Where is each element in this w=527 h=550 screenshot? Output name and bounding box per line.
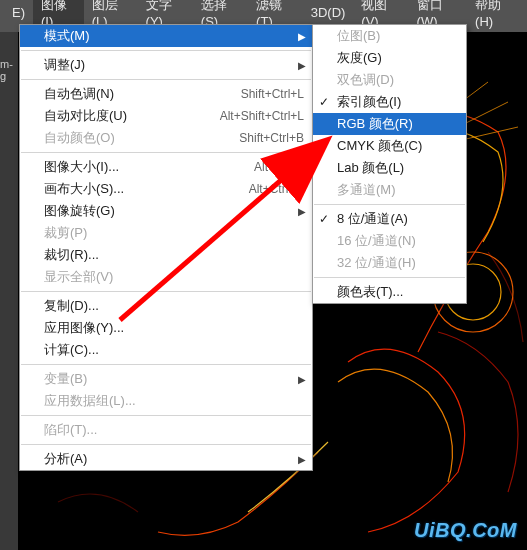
mi-auto-tone[interactable]: 自动色调(N) Shift+Ctrl+L — [20, 83, 312, 105]
mi-calculations[interactable]: 计算(C)... — [20, 339, 312, 361]
menubar: E) 图像(I) 图层(L) 文字(Y) 选择(S) 滤镜(T) 3D(D) 视… — [0, 0, 527, 24]
mi-label: 多通道(M) — [337, 181, 458, 199]
mi-label: 裁切(R)... — [44, 246, 304, 264]
mi-8bit[interactable]: ✓ 8 位/通道(A) — [313, 208, 466, 230]
mi-duplicate[interactable]: 复制(D)... — [20, 295, 312, 317]
mi-label: 自动颜色(O) — [44, 129, 219, 147]
mi-label: 8 位/通道(A) — [337, 210, 458, 228]
mi-bitmap: 位图(B) — [313, 25, 466, 47]
mi-label: 自动色调(N) — [44, 85, 221, 103]
submenu-arrow-icon: ▶ — [298, 454, 306, 465]
submenu-arrow-icon: ▶ — [298, 31, 306, 42]
mi-shortcut: Alt+Ctrl+I — [254, 160, 304, 174]
mi-canvas-size[interactable]: 画布大小(S)... Alt+Ctrl+C — [20, 178, 312, 200]
mi-image-rotation[interactable]: 图像旋转(G) ▶ — [20, 200, 312, 222]
mi-variables: 变量(B) ▶ — [20, 368, 312, 390]
submenu-arrow-icon: ▶ — [298, 374, 306, 385]
mi-reveal-all: 显示全部(V) — [20, 266, 312, 288]
mi-label: CMYK 颜色(C) — [337, 137, 458, 155]
mi-image-size[interactable]: 图像大小(I)... Alt+Ctrl+I — [20, 156, 312, 178]
mi-adjustments[interactable]: 调整(J) ▶ — [20, 54, 312, 76]
mi-label: 调整(J) — [44, 56, 304, 74]
watermark: UiBQ.CoM — [414, 519, 517, 542]
doc-tab-strip: m-g — [0, 32, 18, 550]
mi-label: 变量(B) — [44, 370, 304, 388]
mi-duotone: 双色调(D) — [313, 69, 466, 91]
mi-apply-data-set: 应用数据组(L)... — [20, 390, 312, 412]
mi-shortcut: Shift+Ctrl+L — [241, 87, 304, 101]
mi-label: 颜色表(T)... — [337, 283, 458, 301]
menu-separator — [314, 204, 465, 205]
mi-cmyk-color[interactable]: CMYK 颜色(C) — [313, 135, 466, 157]
mi-label: 陷印(T)... — [44, 421, 304, 439]
mi-trim[interactable]: 裁切(R)... — [20, 244, 312, 266]
mi-shortcut: Alt+Shift+Ctrl+L — [220, 109, 304, 123]
menu-separator — [21, 79, 311, 80]
image-menu-dropdown: 模式(M) ▶ 调整(J) ▶ 自动色调(N) Shift+Ctrl+L 自动对… — [19, 24, 313, 471]
mi-label: 显示全部(V) — [44, 268, 304, 286]
mi-crop: 裁剪(P) — [20, 222, 312, 244]
check-icon: ✓ — [319, 95, 329, 109]
menu-edit[interactable]: E) — [4, 2, 33, 23]
menu-separator — [314, 277, 465, 278]
mi-label: 16 位/通道(N) — [337, 232, 458, 250]
mi-32bit: 32 位/通道(H) — [313, 252, 466, 274]
mi-analysis[interactable]: 分析(A) ▶ — [20, 448, 312, 470]
mi-label: 裁剪(P) — [44, 224, 304, 242]
menu-separator — [21, 152, 311, 153]
mode-submenu: 位图(B) 灰度(G) 双色调(D) ✓ 索引颜色(I) RGB 颜色(R) C… — [312, 24, 467, 304]
submenu-arrow-icon: ▶ — [298, 60, 306, 71]
menu-help[interactable]: 帮助(H) — [467, 0, 523, 32]
mi-lab-color[interactable]: Lab 颜色(L) — [313, 157, 466, 179]
mi-label: 灰度(G) — [337, 49, 458, 67]
mi-label: 分析(A) — [44, 450, 304, 468]
mi-shortcut: Alt+Ctrl+C — [249, 182, 304, 196]
mi-label: 应用数据组(L)... — [44, 392, 304, 410]
mi-label: 图像大小(I)... — [44, 158, 234, 176]
menu-3d[interactable]: 3D(D) — [303, 2, 354, 23]
mi-label: 双色调(D) — [337, 71, 458, 89]
mi-grayscale[interactable]: 灰度(G) — [313, 47, 466, 69]
mi-trap: 陷印(T)... — [20, 419, 312, 441]
mi-label: 应用图像(Y)... — [44, 319, 304, 337]
mi-apply-image[interactable]: 应用图像(Y)... — [20, 317, 312, 339]
menu-separator — [21, 364, 311, 365]
mi-mode[interactable]: 模式(M) ▶ — [20, 25, 312, 47]
mi-label: 复制(D)... — [44, 297, 304, 315]
mi-label: 自动对比度(U) — [44, 107, 200, 125]
check-icon: ✓ — [319, 212, 329, 226]
mi-label: Lab 颜色(L) — [337, 159, 458, 177]
mi-label: 图像旋转(G) — [44, 202, 304, 220]
mi-label: 画布大小(S)... — [44, 180, 229, 198]
mi-label: 模式(M) — [44, 27, 304, 45]
mi-shortcut: Shift+Ctrl+B — [239, 131, 304, 145]
mi-label: 位图(B) — [337, 27, 458, 45]
menu-separator — [21, 415, 311, 416]
mi-label: 32 位/通道(H) — [337, 254, 458, 272]
mi-label: 索引颜色(I) — [337, 93, 458, 111]
mi-auto-contrast[interactable]: 自动对比度(U) Alt+Shift+Ctrl+L — [20, 105, 312, 127]
mi-rgb-color[interactable]: RGB 颜色(R) — [313, 113, 466, 135]
mi-label: 计算(C)... — [44, 341, 304, 359]
menu-separator — [21, 50, 311, 51]
menu-separator — [21, 291, 311, 292]
mi-color-table[interactable]: 颜色表(T)... — [313, 281, 466, 303]
mi-indexed-color[interactable]: ✓ 索引颜色(I) — [313, 91, 466, 113]
menu-separator — [21, 444, 311, 445]
mi-label: RGB 颜色(R) — [337, 115, 458, 133]
mi-multichannel: 多通道(M) — [313, 179, 466, 201]
mi-auto-color: 自动颜色(O) Shift+Ctrl+B — [20, 127, 312, 149]
submenu-arrow-icon: ▶ — [298, 206, 306, 217]
mi-16bit: 16 位/通道(N) — [313, 230, 466, 252]
